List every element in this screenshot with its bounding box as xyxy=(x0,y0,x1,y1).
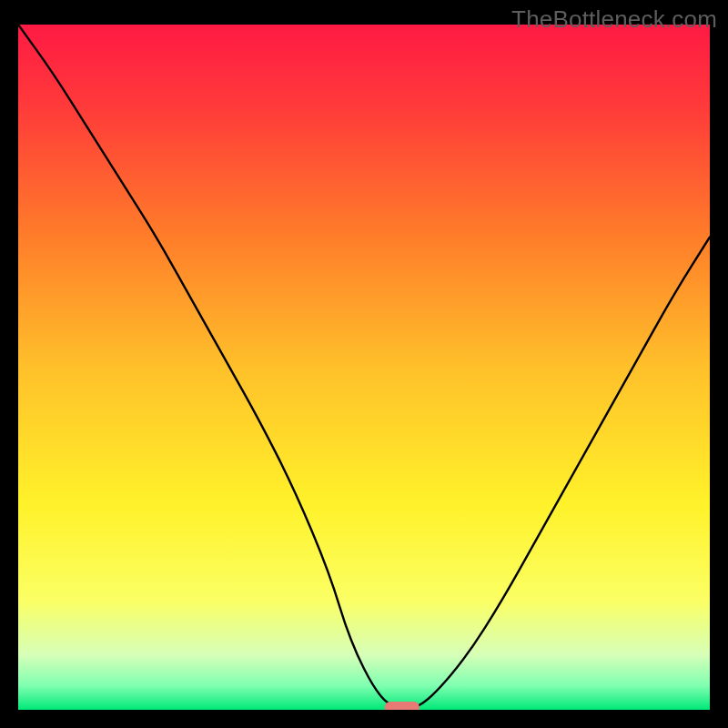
watermark-text: TheBottleneck.com xyxy=(511,5,717,34)
optimum-marker xyxy=(385,702,420,710)
plot-svg xyxy=(18,25,710,710)
plot-background xyxy=(18,25,710,710)
chart-frame: TheBottleneck.com xyxy=(0,0,728,728)
bottleneck-plot xyxy=(18,25,710,710)
